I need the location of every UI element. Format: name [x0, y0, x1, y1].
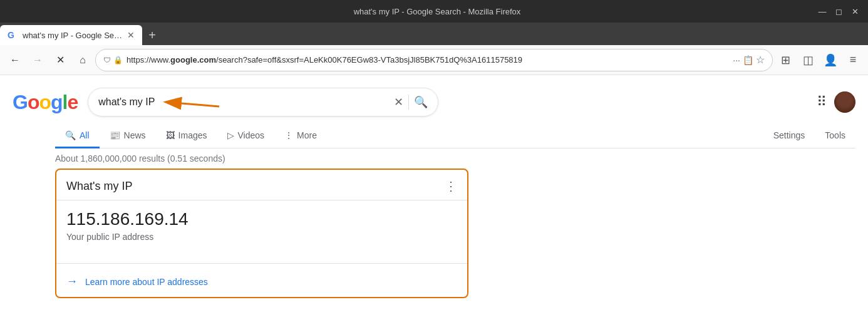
logo-o1: o	[28, 91, 39, 114]
close-button[interactable]: ✕	[849, 6, 860, 17]
reader-mode-button[interactable]: 📋	[743, 55, 753, 65]
result-card-header: What's my IP ⋮	[56, 170, 467, 200]
bookmark-button[interactable]: ☆	[756, 54, 765, 66]
all-tab-icon: 🔍	[65, 130, 76, 140]
results-stats: About 1,860,000,000 results (0.51 second…	[55, 153, 855, 164]
menu-button[interactable]: ≡	[843, 50, 863, 70]
tab-more-label: More	[297, 130, 317, 140]
google-header: Google what's my IP ✕ 🔍 ⠿	[13, 88, 855, 117]
tab-images-label: Images	[178, 130, 207, 140]
title-bar: what's my IP - Google Search - Mozilla F…	[0, 0, 868, 23]
minimize-button[interactable]: —	[817, 6, 828, 17]
search-tabs: 🔍 All 📰 News 🖼 Images ▷ Videos ⋮ More Se…	[55, 124, 855, 148]
shield-icon: 🛡	[103, 56, 111, 65]
new-tab-button[interactable]: +	[142, 25, 162, 45]
tab-all[interactable]: 🔍 All	[55, 124, 100, 148]
tab-news-label: News	[124, 130, 146, 140]
more-tab-icon: ⋮	[284, 130, 293, 140]
url-display: https://www.google.com/search?safe=off&s…	[127, 55, 729, 65]
back-button[interactable]: ←	[5, 50, 25, 70]
window-title: what's my IP - Google Search - Mozilla F…	[58, 7, 817, 16]
footer-link-text[interactable]: Learn more about IP addresses	[85, 277, 208, 287]
lock-icon: 🔒	[113, 56, 123, 65]
browser-right-icons: ⊞ ◫ 👤 ≡	[775, 50, 863, 70]
page-content: Google what's my IP ✕ 🔍 ⠿ 🔍 All 📰 News 🖼…	[0, 75, 868, 327]
tools-label: Tools	[825, 130, 845, 140]
videos-tab-icon: ▷	[227, 130, 234, 140]
window-controls: — ◻ ✕	[817, 6, 860, 17]
navigation-bar: ← → ✕ ⌂ 🛡 🔒 https://www.google.com/searc…	[0, 45, 868, 75]
tab-videos[interactable]: ▷ Videos	[217, 124, 275, 148]
card-divider	[56, 263, 467, 264]
tools-tab[interactable]: Tools	[815, 124, 855, 148]
tab-favicon: G	[8, 30, 18, 40]
apps-grid-button[interactable]: ⠿	[817, 94, 827, 110]
search-input[interactable]: what's my IP	[98, 96, 389, 108]
tab-more[interactable]: ⋮ More	[274, 124, 327, 148]
footer-arrow-icon: →	[66, 275, 78, 288]
settings-label: Settings	[773, 130, 805, 140]
tab-close-button[interactable]: ✕	[127, 30, 135, 40]
ip-label: Your public IP address	[66, 232, 457, 242]
address-bar-actions: ··· 📋 ☆	[733, 54, 765, 66]
settings-tab[interactable]: Settings	[763, 124, 815, 148]
ip-address: 115.186.169.14	[66, 209, 457, 229]
logo-G: G	[13, 91, 28, 114]
avatar-image	[834, 91, 855, 113]
search-clear-button[interactable]: ✕	[394, 95, 403, 109]
google-logo[interactable]: Google	[13, 91, 78, 114]
synced-tabs-button[interactable]: ◫	[798, 50, 818, 70]
tab-videos-label: Videos	[238, 130, 265, 140]
search-box[interactable]: what's my IP ✕ 🔍	[88, 88, 438, 117]
address-more-button[interactable]: ···	[733, 55, 740, 65]
result-card-footer[interactable]: → Learn more about IP addresses	[56, 269, 467, 297]
logo-l: l	[63, 91, 68, 114]
profile-button[interactable]: 👤	[820, 50, 840, 70]
active-tab[interactable]: G what's my IP - Google Se… ✕	[0, 25, 142, 45]
sidebar-button[interactable]: ⊞	[775, 50, 795, 70]
tab-label: what's my IP - Google Se…	[23, 31, 122, 40]
user-avatar[interactable]	[834, 91, 855, 113]
result-card: What's my IP ⋮ 115.186.169.14 Your publi…	[55, 169, 468, 298]
logo-e: e	[67, 91, 78, 114]
search-submit-button[interactable]: 🔍	[414, 95, 428, 109]
result-card-menu-button[interactable]: ⋮	[445, 179, 457, 194]
home-button[interactable]: ⌂	[73, 50, 93, 70]
tab-news[interactable]: 📰 News	[100, 124, 156, 148]
logo-o2: o	[39, 91, 51, 114]
tab-images[interactable]: 🖼 Images	[156, 124, 217, 148]
images-tab-icon: 🖼	[166, 130, 175, 140]
forward-button[interactable]: →	[28, 50, 48, 70]
tab-bar: G what's my IP - Google Se… ✕ +	[0, 23, 868, 45]
result-card-title: What's my IP	[66, 180, 132, 193]
logo-g: g	[51, 91, 63, 114]
news-tab-icon: 📰	[110, 130, 120, 140]
maximize-button[interactable]: ◻	[833, 6, 844, 17]
address-bar[interactable]: 🛡 🔒 https://www.google.com/search?safe=o…	[95, 49, 773, 71]
header-right: ⠿	[817, 91, 855, 113]
tab-all-label: All	[80, 130, 90, 140]
address-bar-security: 🛡 🔒	[103, 56, 123, 65]
result-card-body: 115.186.169.14 Your public IP address	[56, 200, 467, 258]
reload-button[interactable]: ✕	[50, 50, 70, 70]
